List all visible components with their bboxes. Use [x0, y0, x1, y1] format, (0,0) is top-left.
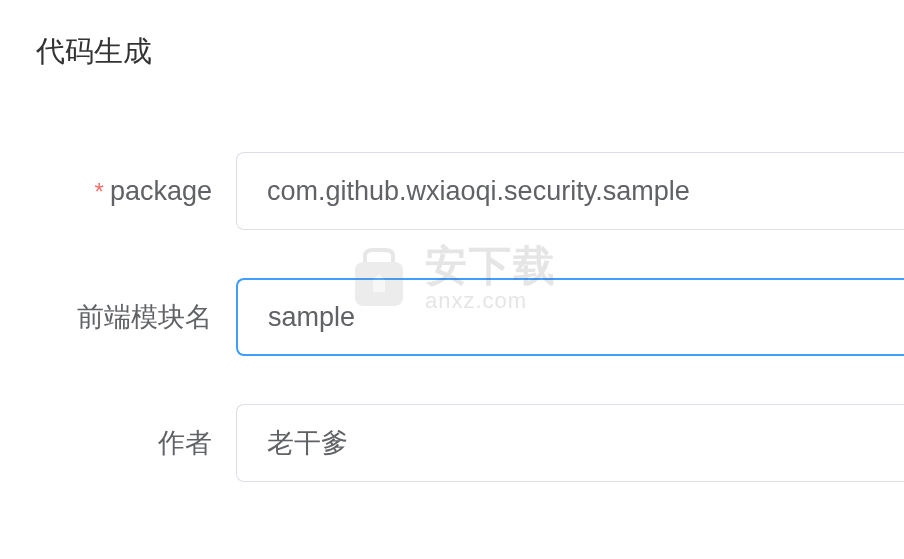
author-label-text: 作者	[158, 428, 212, 458]
frontend-module-label: 前端模块名	[0, 299, 236, 335]
author-input[interactable]	[236, 404, 904, 482]
frontend-module-input[interactable]	[236, 278, 904, 356]
package-label: *package	[0, 176, 236, 207]
code-generation-form: *package 前端模块名 作者	[0, 72, 904, 482]
page-title: 代码生成	[0, 0, 904, 72]
form-row-frontend-module: 前端模块名	[0, 278, 904, 356]
package-input[interactable]	[236, 152, 904, 230]
form-row-author: 作者	[0, 404, 904, 482]
package-label-text: package	[110, 176, 212, 206]
required-indicator: *	[95, 178, 104, 205]
author-label: 作者	[0, 425, 236, 461]
frontend-module-label-text: 前端模块名	[77, 302, 212, 332]
form-row-package: *package	[0, 152, 904, 230]
